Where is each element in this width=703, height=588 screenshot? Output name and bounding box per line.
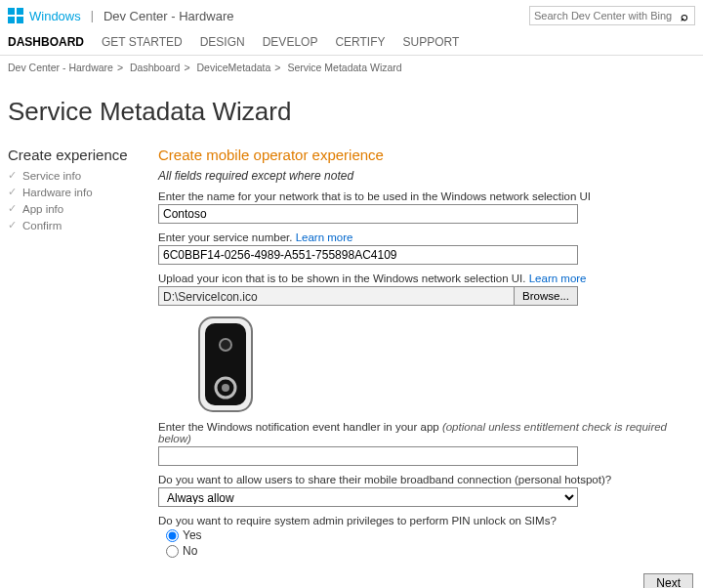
notification-handler-input[interactable]	[158, 446, 578, 466]
brand-separator: |	[91, 9, 94, 22]
service-number-input[interactable]	[158, 245, 578, 265]
nav-support[interactable]: SUPPORT	[403, 35, 460, 49]
checkmark-icon: ✓	[8, 169, 17, 182]
network-name-input[interactable]	[158, 204, 578, 224]
brand-windows-link[interactable]: Windows	[29, 9, 81, 23]
brand-section-label: Dev Center - Hardware	[103, 9, 234, 23]
label-text: Upload your icon that is to be shown in …	[158, 273, 529, 284]
network-name-label: Enter the name for your network that is …	[158, 190, 695, 202]
form-title: Create mobile operator experience	[158, 147, 695, 163]
search-icon[interactable]: ⌕	[676, 7, 693, 24]
label-text: Enter the Windows notification event han…	[158, 421, 442, 433]
header-bar: Windows | Dev Center - Hardware ⌕	[0, 0, 703, 29]
svg-rect-3	[17, 17, 23, 23]
nav-certify[interactable]: CERTIFY	[335, 35, 385, 49]
icon-learn-more-link[interactable]: Learn more	[529, 273, 587, 284]
label-text: Enter your service number.	[158, 231, 296, 243]
next-button[interactable]: Next	[643, 573, 693, 588]
pin-unlock-yes-radio[interactable]	[166, 529, 179, 542]
crumb-dev-center[interactable]: Dev Center - Hardware	[8, 62, 113, 73]
crumb-current: Service Metadata Wizard	[287, 62, 401, 73]
brand-block: Windows | Dev Center - Hardware	[8, 8, 234, 23]
hotspot-label: Do you want to allow users to share thei…	[158, 474, 695, 485]
checkmark-icon: ✓	[8, 202, 17, 215]
windows-logo-icon	[8, 8, 23, 23]
radio-label: Yes	[183, 528, 202, 542]
notification-handler-label: Enter the Windows notification event han…	[158, 421, 695, 444]
step-label: Service info	[22, 170, 81, 182]
pin-unlock-label: Do you want to require system admin priv…	[158, 515, 695, 526]
svg-rect-5	[205, 323, 246, 405]
wizard-sidebar: Create experience ✓Service info ✓Hardwar…	[8, 147, 135, 560]
icon-upload-label: Upload your icon that is to be shown in …	[158, 273, 695, 284]
required-note: All fields required except where noted	[158, 169, 695, 183]
search-box: ⌕	[529, 6, 695, 25]
page-title: Service Metadata Wizard	[0, 79, 703, 135]
crumb-device-metadata[interactable]: DeviceMetadata	[196, 62, 270, 73]
icon-path-display: D:\ServiceIcon.ico	[158, 286, 514, 306]
icon-preview	[197, 315, 254, 413]
service-number-learn-more-link[interactable]: Learn more	[296, 231, 353, 243]
sidebar-title: Create experience	[8, 147, 135, 163]
step-label: Confirm	[22, 220, 62, 231]
svg-rect-0	[8, 8, 15, 15]
nav-dashboard[interactable]: DASHBOARD	[8, 35, 84, 49]
svg-rect-2	[8, 17, 15, 23]
hotspot-select[interactable]: Always allow	[158, 487, 578, 507]
pin-unlock-no-row[interactable]: No	[166, 544, 695, 558]
checkmark-icon: ✓	[8, 219, 17, 231]
form-main: Create mobile operator experience All fi…	[158, 147, 695, 560]
radio-label: No	[183, 544, 197, 558]
checkmark-icon: ✓	[8, 186, 17, 198]
pin-unlock-no-radio[interactable]	[166, 545, 179, 558]
step-label: Hardware info	[22, 187, 93, 198]
icon-file-row: D:\ServiceIcon.ico Browse...	[158, 286, 578, 306]
nav-develop[interactable]: DEVELOP	[263, 35, 318, 49]
step-label: App info	[22, 203, 63, 215]
svg-rect-1	[17, 8, 23, 15]
svg-point-8	[222, 384, 229, 392]
nav-design[interactable]: DESIGN	[200, 35, 245, 49]
service-number-label: Enter your service number. Learn more	[158, 231, 695, 243]
top-nav: DASHBOARD GET STARTED DESIGN DEVELOP CER…	[0, 29, 703, 56]
step-app-info[interactable]: ✓App info	[8, 202, 135, 215]
step-hardware-info[interactable]: ✓Hardware info	[8, 186, 135, 198]
svg-point-6	[220, 339, 231, 351]
footer-bar: Next	[0, 567, 703, 588]
step-service-info[interactable]: ✓Service info	[8, 169, 135, 182]
browse-button[interactable]: Browse...	[514, 286, 578, 306]
step-confirm[interactable]: ✓Confirm	[8, 219, 135, 231]
search-input[interactable]	[529, 6, 695, 25]
crumb-dashboard[interactable]: Dashboard	[130, 62, 180, 73]
breadcrumb: Dev Center - Hardware> Dashboard> Device…	[0, 56, 703, 79]
pin-unlock-yes-row[interactable]: Yes	[166, 528, 695, 542]
nav-get-started[interactable]: GET STARTED	[102, 35, 183, 49]
